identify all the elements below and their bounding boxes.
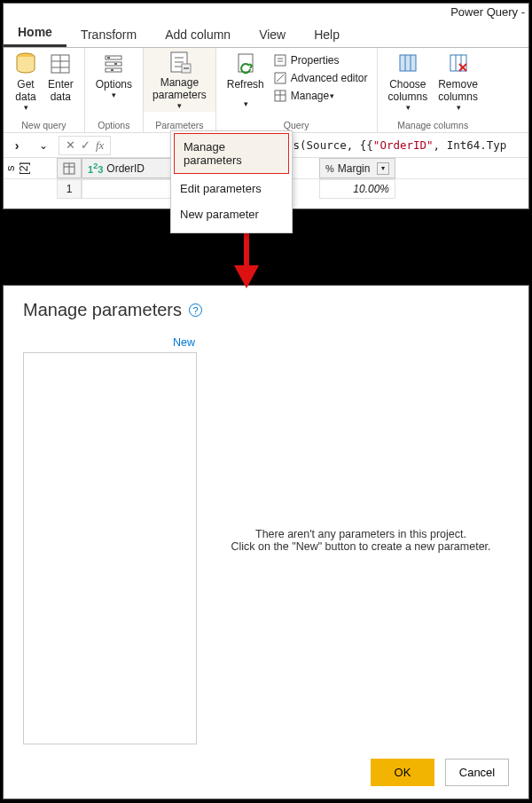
- cancel-button[interactable]: Cancel: [445, 759, 509, 786]
- cancel-formula-icon[interactable]: ✕: [63, 138, 78, 152]
- refresh-button[interactable]: Refresh▾: [222, 50, 270, 110]
- filter-dropdown-icon[interactable]: ▾: [377, 162, 389, 175]
- fx-icon[interactable]: fx: [93, 138, 106, 153]
- expand-icon[interactable]: ⌄: [30, 139, 57, 152]
- svg-rect-25: [400, 55, 416, 71]
- empty-state: There aren't any parameters in this proj…: [213, 336, 509, 744]
- refresh-icon: [234, 51, 257, 76]
- queries-pane-toggle[interactable]: ›: [4, 138, 30, 153]
- enter-data-button[interactable]: Enter data: [43, 50, 79, 105]
- tab-view[interactable]: View: [245, 22, 300, 47]
- database-icon: [14, 51, 37, 76]
- svg-rect-9: [114, 63, 117, 65]
- group-manage-columns: Manage columns: [383, 119, 483, 132]
- table-icon: [49, 51, 72, 76]
- manage-parameters-button[interactable]: Manage parameters▾: [144, 48, 215, 112]
- column-header-margin[interactable]: %Margin ▾: [319, 158, 395, 178]
- remove-columns-button[interactable]: Remove columns▾: [433, 50, 483, 114]
- properties-button[interactable]: Properties: [273, 51, 368, 69]
- choose-columns-button[interactable]: Choose columns▾: [383, 50, 434, 114]
- cell-margin[interactable]: 10.00%: [319, 179, 395, 199]
- svg-rect-18: [275, 55, 286, 66]
- get-data-button[interactable]: Get data▾: [9, 50, 43, 114]
- options-icon: [102, 51, 125, 76]
- svg-marker-35: [234, 265, 259, 288]
- ok-button[interactable]: OK: [371, 759, 434, 786]
- help-icon[interactable]: ?: [189, 303, 202, 317]
- advanced-editor-button[interactable]: Advanced editor: [273, 69, 368, 87]
- manage-parameters-dropdown: Manage parameters Edit parameters New pa…: [170, 130, 293, 233]
- parameters-icon: [166, 50, 192, 75]
- index-header[interactable]: [57, 158, 82, 178]
- row-index: 1: [57, 179, 82, 199]
- properties-icon: [273, 53, 287, 67]
- options-button[interactable]: Options▾: [90, 50, 137, 101]
- svg-rect-16: [184, 67, 189, 69]
- tab-add-column[interactable]: Add column: [151, 22, 245, 47]
- window-title: Power Query -: [4, 4, 528, 21]
- dropdown-edit-parameters[interactable]: Edit parameters: [171, 176, 292, 201]
- group-options: Options: [90, 119, 137, 132]
- svg-rect-10: [111, 69, 113, 71]
- manage-query-button[interactable]: Manage ▾: [273, 87, 368, 105]
- svg-rect-8: [107, 57, 110, 59]
- tab-help[interactable]: Help: [300, 22, 354, 47]
- queries-side-label: s [2]: [4, 158, 30, 178]
- dialog-title: Manage parameters ?: [23, 300, 509, 320]
- parameter-list[interactable]: [23, 352, 197, 744]
- tab-transform[interactable]: Transform: [66, 22, 151, 47]
- choose-columns-icon: [396, 51, 419, 76]
- group-new-query: New query: [9, 119, 79, 132]
- accept-formula-icon[interactable]: ✓: [78, 138, 93, 152]
- remove-columns-icon: [447, 51, 470, 76]
- tab-home[interactable]: Home: [4, 20, 66, 47]
- advanced-editor-icon: [273, 71, 287, 85]
- formula-bar-controls: ✕ ✓ fx: [59, 136, 111, 155]
- dropdown-new-parameter[interactable]: New parameter: [171, 201, 292, 227]
- svg-rect-6: [106, 62, 121, 66]
- new-parameter-link[interactable]: New: [23, 336, 197, 352]
- ribbon-tabs: Home Transform Add column View Help: [4, 21, 528, 48]
- dropdown-manage-parameters[interactable]: Manage parameters: [174, 133, 289, 174]
- manage-icon: [273, 89, 287, 103]
- table-icon: [63, 162, 75, 175]
